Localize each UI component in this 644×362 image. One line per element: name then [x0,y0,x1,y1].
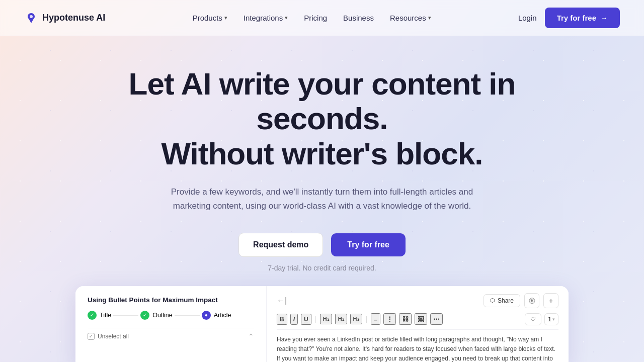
integrations-chevron-icon: ▾ [285,15,288,21]
preview-left-panel: Using Bullet Points for Maximum Impact ✓… [75,286,267,362]
navbar: Hypotenuse AI Products ▾ Integrations ▾ … [0,0,644,36]
translate-button[interactable]: ㊄ [524,293,539,308]
product-preview-card: Using Bullet Points for Maximum Impact ✓… [75,286,569,362]
unselect-row: ✓ Unselect all ⌃ [88,328,254,344]
heart-icon: ♡ [530,316,536,323]
step-outline-check-icon: ✓ [140,311,149,320]
logo-text: Hypotenuse AI [42,13,105,23]
h3-button[interactable]: H₃ [350,314,362,324]
preview-right-header: ←| ⬡ Share ㊄ + [277,293,558,308]
step-title: ✓ Title [88,311,111,320]
nav-item-pricing[interactable]: Pricing [297,10,334,26]
progress-steps: ✓ Title ✓ Outline ● Article [88,311,254,320]
heart-counter: ♡ [525,313,541,325]
products-chevron-icon: ▾ [224,15,227,21]
login-link[interactable]: Login [518,14,537,22]
preview-right-panel: ←| ⬡ Share ㊄ + B I U H₁ H₂ H₃ [267,286,569,362]
translate-icon: ㊄ [529,296,535,305]
hero-subtitle: Provide a few keywords, and we'll instan… [166,185,478,212]
trial-note: 7-day trial. No credit card required. [268,264,376,272]
step-outline: ✓ Outline [140,311,173,320]
preview-article-title: Using Bullet Points for Maximum Impact [88,296,254,304]
plus-icon: + [549,297,553,305]
list-button[interactable]: ≡ [371,313,381,325]
h2-button[interactable]: H₂ [335,314,347,324]
step-line-2 [175,315,200,316]
toolbar-separator-2 [366,316,367,323]
hero-title: Let AI write your content in seconds. Wi… [96,66,548,171]
step-line-1 [113,315,138,316]
unselect-toggle-icon: ⌃ [248,332,254,340]
toolbar-separator-1 [315,316,316,323]
preview-header-actions: ⬡ Share ㊄ + [484,293,558,308]
italic-button[interactable]: I [290,314,298,325]
counter-chevron-icon[interactable]: ▾ [552,317,555,322]
resources-chevron-icon: ▾ [428,15,431,21]
image-button[interactable]: 🖼 [415,313,427,325]
unselect-text: ✓ Unselect all [88,333,129,340]
step-article: ● Article [202,311,231,320]
share-icon: ⬡ [490,297,495,304]
h1-button[interactable]: H₁ [320,314,332,324]
share-button[interactable]: ⬡ Share [484,294,520,307]
nav-item-resources[interactable]: Resources ▾ [383,10,438,26]
checkbox-icon[interactable]: ✓ [88,333,95,340]
nav-links: Products ▾ Integrations ▾ Pricing Busine… [186,10,438,26]
link-button[interactable]: ⛓ [399,313,412,325]
counter-control: 1 ▾ [544,313,558,325]
article-body: Have you ever seen a LinkedIn post or ar… [277,335,558,362]
back-icon[interactable]: ←| [277,296,287,305]
logo-link[interactable]: Hypotenuse AI [24,11,105,25]
unselect-label[interactable]: Unselect all [98,333,129,340]
hero-buttons: Request demo Try for free [238,233,406,257]
step-title-label: Title [100,312,111,319]
step-outline-label: Outline [152,312,173,319]
nav-item-products[interactable]: Products ▾ [186,10,234,26]
add-button[interactable]: + [543,293,558,308]
step-article-label: Article [214,312,231,319]
step-article-check-icon: ● [202,311,211,320]
underline-button[interactable]: U [301,314,311,325]
editor-toolbar: B I U H₁ H₂ H₃ ≡ ⋮ ⛓ 🖼 ⋯ ♡ 1 ▾ [277,313,558,330]
arrow-icon: → [600,14,608,22]
request-demo-button[interactable]: Request demo [238,233,323,257]
nav-item-integrations[interactable]: Integrations ▾ [236,10,295,26]
try-for-free-hero-button[interactable]: Try for free [331,233,406,256]
try-for-free-nav-button[interactable]: Try for free → [545,8,620,28]
more-button[interactable]: ⋯ [430,313,443,325]
nav-actions: Login Try for free → [518,8,620,28]
svg-point-0 [30,15,33,18]
counter-value: 1 [548,316,551,323]
logo-icon [24,11,38,25]
ordered-list-button[interactable]: ⋮ [383,313,396,325]
nav-item-business[interactable]: Business [336,10,381,26]
bold-button[interactable]: B [277,314,287,325]
hero-section: Let AI write your content in seconds. Wi… [0,36,644,272]
step-title-check-icon: ✓ [88,311,97,320]
